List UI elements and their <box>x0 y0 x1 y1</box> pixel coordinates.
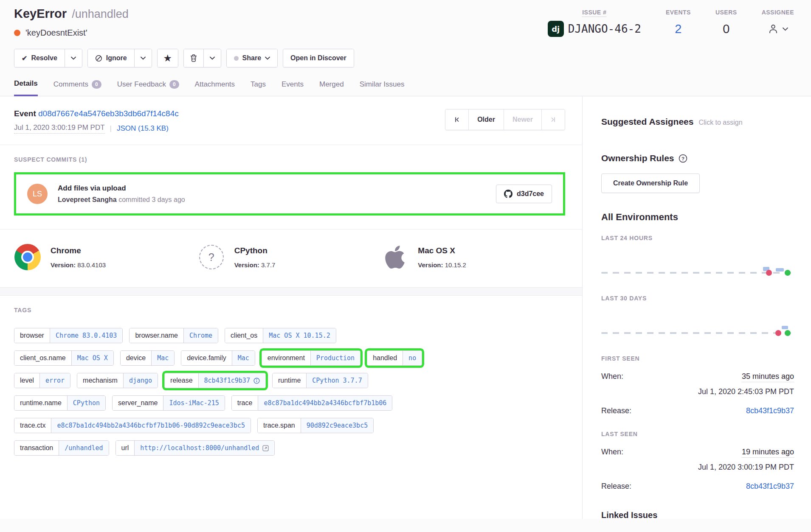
context-version: 83.0.4103 <box>77 261 106 269</box>
event-json-link[interactable]: JSON (15.3 KB) <box>117 124 169 133</box>
issue-stats: ISSUE # dj DJANGO-46-2 EVENTS 2 USERS 0 … <box>548 7 794 37</box>
resolve-dropdown-button[interactable] <box>65 49 82 67</box>
tab-events[interactable]: Events <box>282 79 304 96</box>
suspect-commits-heading: SUSPECT COMMITS (1) <box>14 156 565 163</box>
ownership-rules-title: Ownership Rules <box>601 153 674 163</box>
delete-dropdown-button[interactable] <box>203 49 221 67</box>
ignore-button[interactable]: Ignore <box>88 49 134 67</box>
sparkline-bar <box>776 268 784 272</box>
linked-issues-title: Linked Issues <box>601 510 794 520</box>
github-icon <box>504 190 513 198</box>
open-in-discover-button[interactable]: Open in Discover <box>283 49 354 67</box>
tag-value-link[interactable]: Production <box>310 351 360 365</box>
oldest-event-button[interactable] <box>445 109 468 130</box>
resolve-button[interactable]: ✔ Resolve <box>14 49 65 67</box>
sparkline-error-dot <box>766 270 772 276</box>
tag-client-os: client_osMac OS X 10.15.2 <box>225 328 336 343</box>
chevron-down-icon <box>265 56 270 60</box>
tag-value-link[interactable]: Mac <box>232 351 255 365</box>
delete-button[interactable] <box>184 49 203 67</box>
chrome-icon <box>14 244 41 270</box>
context-os: Mac OS X Version: 10.15.2 <box>381 244 565 270</box>
last-seen-absolute: Jul 1, 2020 3:00:19 PM PDT <box>601 463 794 472</box>
tag-value-link[interactable]: /unhandled <box>59 441 108 455</box>
event-id-link[interactable]: d08d7667e4a5476eb3b3db6d7f14c84c <box>38 109 179 118</box>
tag-value-link[interactable]: Chrome <box>183 328 218 343</box>
commit-sha-button[interactable]: d3d7cee <box>496 185 552 203</box>
tag-value-link[interactable]: Mac OS X 10.15.2 <box>263 328 336 343</box>
error-level-dot <box>14 30 20 36</box>
tag-level: levelerror <box>14 373 70 388</box>
tag-value-link[interactable]: http://localhost:8000/unhandled <box>140 444 259 452</box>
tag-runtime-name: runtime.nameCPython <box>14 395 106 411</box>
create-ownership-rule-button[interactable]: Create Ownership Rule <box>601 174 700 193</box>
event-details-panel: Event d08d7667e4a5476eb3b3db6d7f14c84c J… <box>0 96 583 519</box>
tag-value-link[interactable]: CPython <box>67 396 105 410</box>
users-count[interactable]: 0 <box>715 20 737 37</box>
tag-browser: browserChrome 83.0.4103 <box>14 328 123 343</box>
last-seen-block: When: 19 minutes ago Jul 1, 2020 3:00:19… <box>601 448 794 491</box>
context-name: Chrome <box>51 246 106 255</box>
tab-tags[interactable]: Tags <box>251 79 266 96</box>
share-button[interactable]: Share <box>227 49 277 67</box>
tag-value-link[interactable]: django <box>123 373 158 388</box>
tag-value-link[interactable]: Mac OS X <box>71 351 113 365</box>
tag-value-link[interactable]: Chrome 83.0.4103 <box>50 328 123 343</box>
page-title: KeyError /unhandled <box>14 7 129 21</box>
tag-value-link[interactable]: Idos-iMac-215 <box>163 396 224 410</box>
issue-short-id[interactable]: DJANGO-46-2 <box>568 22 641 35</box>
newer-event-button[interactable]: Newer <box>504 109 541 130</box>
tag-value-link[interactable]: no <box>403 351 422 365</box>
event-pagination: Older Newer <box>445 109 565 130</box>
help-question-icon[interactable]: ? <box>679 154 687 163</box>
unknown-runtime-icon: ? <box>199 245 224 269</box>
tag-value-link[interactable]: error <box>39 373 70 388</box>
info-icon[interactable] <box>253 378 260 384</box>
tag-client-os-name: client_os.nameMac OS X <box>14 350 114 366</box>
tab-merged[interactable]: Merged <box>319 79 344 96</box>
tag-trace: tracee8c87ba1dc494bb2a4346bcfbf7b1b06 <box>231 395 393 411</box>
issue-tabs: Details Comments0 User Feedback0 Attachm… <box>14 79 794 96</box>
event-label: Event <box>14 109 36 118</box>
bookmark-star-button[interactable]: ★ <box>158 49 178 67</box>
when-label: When: <box>601 448 623 456</box>
tab-details[interactable]: Details <box>14 79 38 96</box>
chevron-down-icon <box>71 56 76 60</box>
tab-user-feedback[interactable]: User Feedback0 <box>117 79 179 96</box>
tab-comments[interactable]: Comments0 <box>54 79 101 96</box>
external-link-icon[interactable] <box>262 445 269 451</box>
tag-environment: environmentProduction <box>262 350 360 366</box>
commit-author: Lovepreet Sangha <box>58 196 117 203</box>
events-sparkline-30d <box>601 302 794 343</box>
last-seen-relative: 19 minutes ago <box>742 448 794 458</box>
tag-value-link[interactable]: CPython 3.7.7 <box>306 373 367 388</box>
context-version: 3.7.7 <box>261 261 275 269</box>
tag-value-link[interactable]: 8cb43f1c9b37 <box>204 377 250 384</box>
assignee-selector[interactable] <box>762 20 794 37</box>
events-count[interactable]: 2 <box>666 20 691 37</box>
issue-culprit: 'keyDoesntExist' <box>25 28 87 38</box>
ignore-dropdown-button[interactable] <box>134 49 152 67</box>
user-icon <box>767 23 779 35</box>
context-version: 10.15.2 <box>445 261 466 269</box>
issue-sidebar: Suggested Assignees Click to assign Owne… <box>583 96 811 519</box>
tags-heading: TAGS <box>14 307 565 314</box>
tab-similar-issues[interactable]: Similar Issues <box>360 79 405 96</box>
context-name: Mac OS X <box>418 246 466 255</box>
tag-value-link[interactable]: 90d892c9eace3bc5 <box>301 418 374 433</box>
older-event-button[interactable]: Older <box>468 109 504 130</box>
commit-message: Add files via upload <box>58 184 496 193</box>
tag-trace-span: trace.span90d892c9eace3bc5 <box>257 418 374 433</box>
first-seen-release-link[interactable]: 8cb43f1c9b37 <box>746 406 794 415</box>
tab-attachments[interactable]: Attachments <box>195 79 235 96</box>
last-30-days-label: LAST 30 DAYS <box>601 295 794 302</box>
commit-row: LS Add files via upload Lovepreet Sangha… <box>16 174 563 213</box>
click-to-assign-hint[interactable]: Click to assign <box>698 119 742 126</box>
tag-value-link[interactable]: e8c87ba1dc494bb2a4346bcfbf7b1b06 <box>258 396 392 410</box>
trash-icon <box>190 54 197 62</box>
latest-event-button[interactable] <box>541 109 565 130</box>
last-seen-release-link[interactable]: 8cb43f1c9b37 <box>746 482 794 491</box>
sparkline-baseline <box>601 332 794 334</box>
tag-value-link[interactable]: Mac <box>151 351 174 365</box>
tag-value-link[interactable]: e8c87ba1dc494bb2a4346bcfbf7b1b06-90d892c… <box>51 418 251 433</box>
